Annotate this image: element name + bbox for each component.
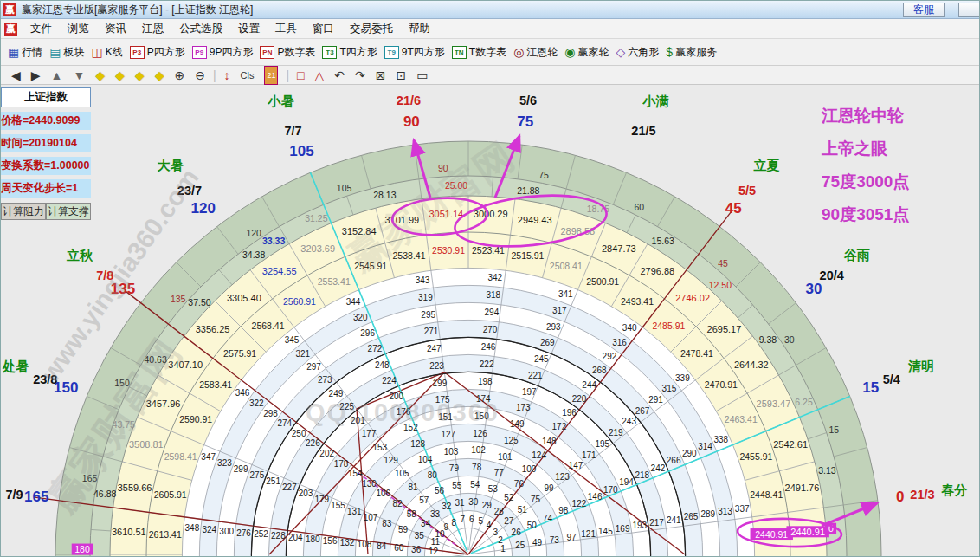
menu-browse[interactable]: 浏览 [60, 19, 97, 39]
step-row: 周天变化步长=1 [1, 179, 91, 198]
square-draw-button[interactable]: □ [297, 67, 304, 84]
svg-text:299: 299 [234, 464, 248, 474]
svg-text:272: 272 [368, 344, 383, 353]
toolbar-t-square[interactable]: T3T四方形 [322, 45, 377, 60]
menu-help[interactable]: 帮助 [401, 19, 438, 39]
menu-file[interactable]: 文件 [23, 19, 60, 39]
svg-text:1: 1 [500, 544, 506, 554]
svg-text:3457.96: 3457.96 [146, 398, 181, 409]
toolbar-winner-service[interactable]: $赢家服务 [666, 45, 717, 60]
svg-text:12: 12 [429, 547, 439, 556]
expand-button[interactable]: ⊠ [376, 67, 386, 84]
svg-text:21.88: 21.88 [517, 185, 539, 196]
svg-text:34.38: 34.38 [242, 249, 265, 260]
window-title: 赢家江恩专业版[赢家服务平台] - [上证指数 江恩轮] [22, 3, 253, 17]
rotate-ccw-button[interactable]: ↶ [334, 67, 345, 84]
toolbar-p-table[interactable]: PNP数字表 [260, 45, 315, 60]
svg-text:76: 76 [514, 479, 525, 489]
svg-text:265: 265 [684, 512, 699, 521]
svg-text:226: 226 [306, 438, 320, 448]
svg-text:2605.91: 2605.91 [154, 489, 187, 500]
p9-icon: P9 [192, 46, 207, 59]
svg-text:169: 169 [616, 524, 630, 534]
rotate-cw-button[interactable]: ↷ [355, 67, 365, 84]
screen-button[interactable]: ▭ [416, 67, 428, 84]
diamond-down-button[interactable]: ◆ [155, 67, 164, 84]
svg-text:127: 127 [441, 430, 455, 439]
svg-text:7/8: 7/8 [96, 269, 113, 282]
svg-text:5/5: 5/5 [738, 184, 756, 198]
svg-text:46.88: 46.88 [93, 489, 116, 499]
window-edge-button[interactable] [958, 3, 980, 17]
pan-left-button[interactable]: ◀ [11, 67, 21, 84]
svg-text:52: 52 [504, 493, 514, 502]
toolbar-9t-square[interactable]: T99T四方形 [384, 45, 445, 60]
svg-text:108: 108 [358, 540, 372, 549]
svg-text:2542.61: 2542.61 [773, 439, 808, 450]
svg-text:135: 135 [171, 294, 186, 304]
toolbar-separator: | [213, 68, 216, 82]
toolbar-t-table[interactable]: TNT数字表 [452, 45, 506, 60]
toolbar-quotes[interactable]: ▦行情 [8, 45, 42, 60]
svg-text:249: 249 [329, 389, 344, 398]
pan-right-button[interactable]: ▶ [31, 67, 41, 84]
svg-text:198: 198 [478, 377, 493, 386]
svg-text:201: 201 [351, 416, 365, 425]
svg-text:6.25: 6.25 [795, 397, 813, 407]
diamond-left-button[interactable]: ◆ [95, 67, 105, 84]
menu-tools[interactable]: 工具 [268, 19, 305, 39]
calc-resistance-button[interactable]: 计算阻力 [1, 203, 46, 220]
svg-text:2440.91: 2440.91 [755, 529, 788, 540]
svg-text:219: 219 [609, 428, 623, 437]
svg-text:172: 172 [552, 422, 567, 431]
svg-text:270: 270 [483, 325, 498, 334]
title-bar[interactable]: 赢 赢家江恩专业版[赢家服务平台] - [上证指数 江恩轮] 客服 [1, 1, 980, 19]
calc-support-button[interactable]: 计算支撑 [46, 203, 91, 220]
svg-text:193: 193 [633, 521, 648, 530]
menu-window[interactable]: 窗口 [305, 19, 342, 39]
svg-text:150: 150 [114, 378, 130, 388]
customer-service-button[interactable]: 客服 [903, 3, 945, 17]
toolbar-gann-wheel[interactable]: ◎江恩轮 [513, 45, 558, 60]
menu-news[interactable]: 资讯 [97, 19, 134, 39]
shrink-button[interactable]: ⊡ [397, 67, 407, 84]
svg-text:348: 348 [185, 523, 200, 533]
updown-marker-button[interactable]: ↕ [224, 67, 230, 84]
svg-text:4: 4 [487, 521, 492, 530]
svg-text:218: 218 [635, 470, 649, 480]
menu-gann[interactable]: 江恩 [134, 19, 171, 39]
svg-text:217: 217 [649, 518, 664, 528]
toolbar-kline[interactable]: ◫K线 [91, 45, 122, 60]
svg-text:2598.41: 2598.41 [164, 451, 197, 462]
zoom-out-button[interactable]: ⊖ [195, 67, 205, 84]
svg-text:30: 30 [806, 281, 822, 297]
toolbar-sectors[interactable]: ▤板块 [49, 45, 84, 60]
menu-settings[interactable]: 设置 [230, 19, 268, 39]
pan-up-button[interactable]: ▲ [51, 67, 63, 84]
toolbar-winner-wheel[interactable]: ◉赢家轮 [564, 45, 609, 60]
calendar-button[interactable]: 21 [264, 66, 278, 85]
toolbar-hexagon[interactable]: ◇六角形 [616, 45, 660, 60]
svg-text:337: 337 [735, 504, 750, 514]
diamond-right-button[interactable]: ◆ [115, 67, 125, 84]
toolbar-p-square[interactable]: P3P四方形 [130, 45, 185, 60]
gann-wheel-canvas[interactable]: 1234567891011122526272829303132333435364… [1, 85, 980, 557]
toolbar-9p-square[interactable]: P99P四方形 [192, 45, 254, 60]
svg-text:289: 289 [700, 509, 715, 519]
svg-text:322: 322 [249, 398, 264, 408]
cls-button[interactable]: Cls [241, 67, 255, 84]
svg-text:75: 75 [531, 495, 541, 504]
svg-text:146: 146 [588, 492, 603, 502]
svg-text:3051.14: 3051.14 [429, 209, 463, 219]
svg-text:7/7: 7/7 [284, 124, 301, 138]
svg-text:3: 3 [493, 528, 499, 537]
svg-text:269: 269 [540, 338, 555, 347]
diamond-up-button[interactable]: ◆ [135, 67, 145, 84]
triangle-draw-button[interactable]: △ [315, 67, 325, 84]
svg-text:176: 176 [397, 407, 411, 417]
pan-down-button[interactable]: ▼ [73, 67, 85, 84]
zoom-in-button[interactable]: ⊕ [174, 67, 184, 84]
blocks-icon: ▤ [49, 45, 61, 59]
menu-trade[interactable]: 交易委托 [342, 19, 401, 39]
menu-formula-stockpick[interactable]: 公式选股 [171, 19, 230, 39]
